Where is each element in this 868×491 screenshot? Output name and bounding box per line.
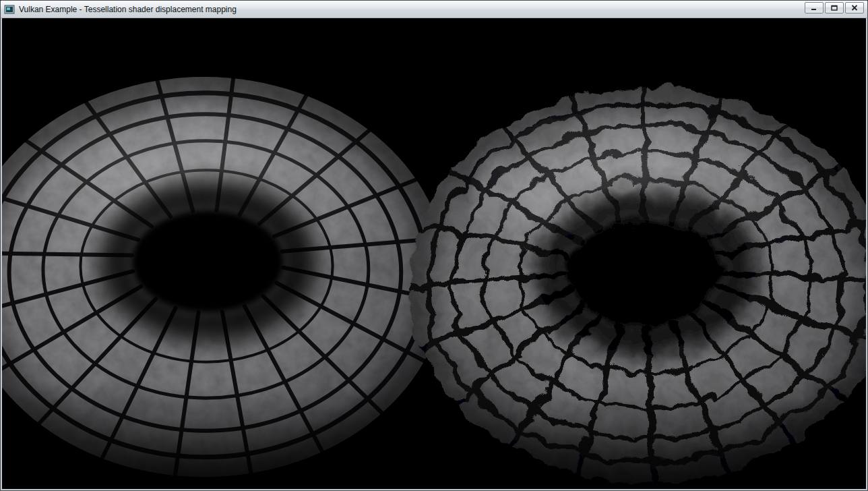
maximize-icon bbox=[831, 5, 838, 11]
titlebar[interactable]: Vulkan Example - Tessellation shader dis… bbox=[1, 1, 867, 18]
scene-vignette bbox=[2, 18, 866, 489]
window-controls bbox=[805, 2, 864, 13]
app-icon[interactable] bbox=[4, 4, 15, 15]
render-viewport[interactable] bbox=[2, 18, 866, 489]
render-canvas bbox=[2, 18, 866, 489]
maximize-button[interactable] bbox=[825, 2, 844, 13]
close-icon bbox=[851, 5, 858, 11]
app-icon-glyph bbox=[4, 4, 15, 15]
minimize-button[interactable] bbox=[805, 2, 824, 13]
close-button[interactable] bbox=[845, 2, 864, 13]
window-title: Vulkan Example - Tessellation shader dis… bbox=[19, 1, 801, 18]
app-window: Vulkan Example - Tessellation shader dis… bbox=[0, 0, 868, 491]
minimize-icon bbox=[811, 5, 817, 11]
window-frame bbox=[1, 18, 867, 490]
